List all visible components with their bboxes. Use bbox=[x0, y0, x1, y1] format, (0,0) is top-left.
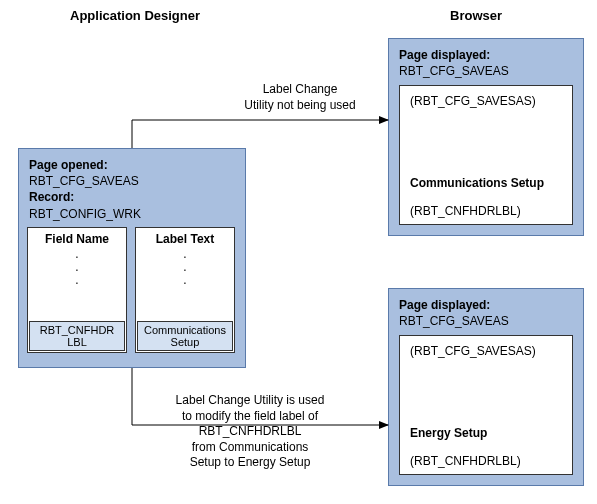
browser-bottom-body: (RBT_CFG_SAVESAS) Energy Setup (RBT_CNFH… bbox=[399, 335, 573, 475]
cell-field-value: RBT_CNFHDR LBL bbox=[29, 321, 125, 351]
body-code: (RBT_CFG_SAVESAS) bbox=[410, 94, 536, 108]
browser-bottom-panel: Page displayed: RBT_CFG_SAVEAS (RBT_CFG_… bbox=[388, 288, 584, 486]
browser-top-body: (RBT_CFG_SAVESAS) Communications Setup (… bbox=[399, 85, 573, 225]
browser-top-panel: Page displayed: RBT_CFG_SAVEAS (RBT_CFG_… bbox=[388, 38, 584, 236]
record-label: Record: bbox=[29, 189, 235, 205]
column-field-header: Field Name bbox=[28, 232, 126, 246]
page-displayed-value: RBT_CFG_SAVEAS bbox=[399, 63, 573, 79]
page-opened-value: RBT_CFG_SAVEAS bbox=[29, 173, 235, 189]
field-code: (RBT_CNFHDRLBL) bbox=[410, 454, 521, 468]
setup-title: Communications Setup bbox=[410, 176, 544, 190]
heading-app-designer: Application Designer bbox=[70, 8, 200, 23]
app-designer-panel: Page opened: RBT_CFG_SAVEAS Record: RBT_… bbox=[18, 148, 246, 368]
annotation-top: Label Change Utility not being used bbox=[225, 82, 375, 113]
column-dots: . . . bbox=[28, 248, 126, 288]
annotation-bottom: Label Change Utility is used to modify t… bbox=[150, 393, 350, 471]
cell-label-value: Communications Setup bbox=[137, 321, 233, 351]
column-dots: . . . bbox=[136, 248, 234, 288]
heading-browser: Browser bbox=[450, 8, 502, 23]
field-code: (RBT_CNFHDRLBL) bbox=[410, 204, 521, 218]
dot: . bbox=[28, 274, 126, 287]
dot: . bbox=[136, 274, 234, 287]
body-code: (RBT_CFG_SAVESAS) bbox=[410, 344, 536, 358]
column-label-header: Label Text bbox=[136, 232, 234, 246]
record-value: RBT_CONFIG_WRK bbox=[29, 206, 235, 222]
page-opened-label: Page opened: bbox=[29, 157, 235, 173]
setup-title: Energy Setup bbox=[410, 426, 487, 440]
page-displayed-value: RBT_CFG_SAVEAS bbox=[399, 313, 573, 329]
page-displayed-label: Page displayed: bbox=[399, 297, 573, 313]
page-displayed-label: Page displayed: bbox=[399, 47, 573, 63]
